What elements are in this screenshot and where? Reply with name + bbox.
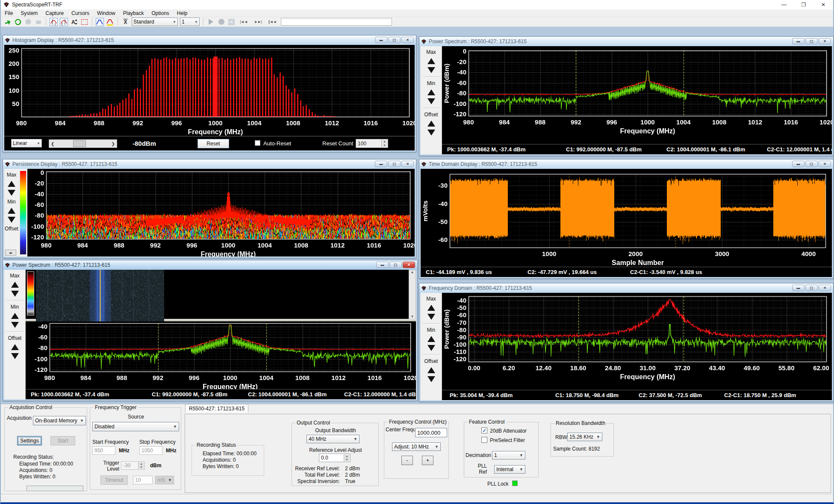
decrement-button[interactable]: -: [401, 456, 413, 465]
app-restore-button[interactable]: ❐: [794, 0, 813, 9]
skip-end-icon[interactable]: ►►|: [252, 18, 264, 26]
cursor2-icon[interactable]: 2: [60, 18, 68, 26]
min-up-button[interactable]: [427, 89, 435, 95]
record-icon[interactable]: [217, 18, 225, 26]
adjust-combo[interactable]: Adjust: 10 MHz▼: [392, 442, 441, 451]
waterfall-scrollbar[interactable]: ▲▼: [409, 270, 416, 319]
timeout-input[interactable]: 10: [133, 476, 153, 484]
min-down-button[interactable]: [8, 217, 15, 223]
max-down-button[interactable]: [427, 67, 435, 73]
upload-icon[interactable]: [34, 18, 42, 26]
rbw-combo[interactable]: 15.26 KHz▼: [567, 433, 602, 441]
reset-count-spinner[interactable]: 100▲▼: [356, 139, 388, 148]
maximize-button[interactable]: ▢: [805, 285, 818, 291]
scale-combo[interactable]: Linear▼: [11, 139, 42, 147]
offset-up-button[interactable]: [427, 121, 435, 127]
min-down-button[interactable]: [11, 322, 19, 328]
autoscale-icon[interactable]: A: [70, 18, 78, 26]
app-titlebar[interactable]: SpectraScopeRT-TRF — ❐ ✕: [1, 0, 833, 9]
export-arrow-icon[interactable]: [3, 18, 12, 26]
offset-down-button[interactable]: [11, 353, 19, 359]
offset-down-button[interactable]: [427, 130, 435, 136]
decimation-combo[interactable]: 1▼: [492, 451, 525, 460]
cursor1-icon[interactable]: 1: [50, 18, 58, 26]
start-frequency-input[interactable]: 950: [92, 446, 115, 455]
close-button[interactable]: ✕: [401, 37, 414, 43]
menu-file[interactable]: File: [1, 10, 17, 16]
reference-level-spinner[interactable]: 0.0▲▼: [319, 454, 351, 462]
timeout-unit-combo[interactable]: mS▼: [155, 476, 174, 484]
minimize-button[interactable]: ▬: [375, 37, 387, 43]
window-titlebar[interactable]: Histogram Display : R5500-427: 171213-61…: [3, 35, 416, 45]
window-titlebar[interactable]: Persistence Display : R5500-427: 171213-…: [3, 159, 416, 169]
close-button[interactable]: ✕: [819, 285, 831, 291]
auto-reset-checkbox[interactable]: [255, 140, 260, 146]
skip-start-icon[interactable]: |◄◄: [238, 18, 250, 26]
max-down-button[interactable]: [8, 190, 15, 196]
preselect-checkbox[interactable]: [481, 437, 487, 443]
offset-up-button[interactable]: [11, 344, 19, 350]
maximize-button[interactable]: ▢: [388, 37, 401, 43]
max-up-button[interactable]: [427, 305, 435, 311]
min-down-button[interactable]: [427, 345, 435, 351]
min-down-button[interactable]: [427, 98, 435, 104]
abort-icon[interactable]: ✕: [227, 18, 236, 26]
window-titlebar[interactable]: Frequency Domain : R5500-427: 171213-615…: [419, 283, 833, 293]
minimize-button[interactable]: ▬: [792, 161, 805, 167]
menu-window[interactable]: Window: [93, 10, 119, 16]
maximize-button[interactable]: ▢: [805, 161, 818, 167]
maximize-button[interactable]: ▢: [389, 262, 402, 268]
increment-button[interactable]: +: [422, 456, 433, 465]
pll-ref-combo[interactable]: Internal▼: [494, 465, 525, 474]
center-frequency-input[interactable]: 1000.000: [415, 428, 447, 437]
window-titlebar[interactable]: Time Domain Display : R5500-427: 171213-…: [419, 159, 833, 169]
max-up-button[interactable]: [11, 282, 19, 288]
minimize-button[interactable]: ▬: [792, 285, 805, 291]
close-button[interactable]: ✕: [401, 161, 414, 167]
max-up-button[interactable]: [8, 181, 15, 187]
start-button[interactable]: Start: [50, 436, 75, 445]
timeout-button[interactable]: Timeout: [100, 475, 128, 485]
trigger-level-spinner[interactable]: -30▲▼: [121, 461, 145, 470]
max-up-button[interactable]: [427, 58, 435, 64]
maximize-button[interactable]: ▢: [805, 38, 818, 44]
menu-options[interactable]: Options: [147, 10, 173, 16]
window-titlebar[interactable]: Power Spectrum : R5500-427: 171213-615 ▬…: [419, 37, 833, 46]
minimize-button[interactable]: ▬: [375, 161, 387, 167]
minimize-button[interactable]: ▬: [792, 38, 805, 44]
globe-icon[interactable]: [24, 18, 32, 26]
device-tab[interactable]: R5500-427: 171213-615: [185, 404, 248, 413]
colorbar-spinner[interactable]: ◂▸: [5, 250, 16, 256]
command-input[interactable]: [281, 18, 392, 26]
stop-frequency-input[interactable]: 1050: [139, 446, 162, 455]
play-icon[interactable]: [207, 18, 215, 26]
menu-cursors[interactable]: Cursors: [68, 10, 93, 16]
min-up-button[interactable]: [8, 208, 15, 214]
acquisition-style-combo[interactable]: On-Board Memory▼: [33, 416, 86, 425]
max-down-button[interactable]: [11, 291, 19, 297]
count-combo[interactable]: 1▼: [180, 18, 200, 26]
refresh-icon[interactable]: [14, 18, 22, 26]
close-button[interactable]: ✕: [403, 262, 415, 268]
min-up-button[interactable]: [11, 313, 19, 319]
offset-up-button[interactable]: [427, 367, 435, 373]
preset-combo[interactable]: Standard▼: [132, 18, 178, 26]
max-down-button[interactable]: [427, 314, 435, 320]
trace-avg-icon[interactable]: [106, 18, 114, 26]
trace-icon[interactable]: [96, 18, 104, 26]
settings-button[interactable]: Settings: [17, 436, 42, 445]
min-up-button[interactable]: [427, 336, 435, 342]
close-button[interactable]: ✕: [819, 38, 831, 44]
menu-help[interactable]: Help: [173, 10, 192, 16]
zone-icon[interactable]: [80, 18, 88, 26]
app-minimize-button[interactable]: —: [774, 0, 794, 9]
clear-stats-icon[interactable]: X̄: [121, 18, 130, 26]
menu-playback[interactable]: Playback: [119, 10, 148, 16]
close-button[interactable]: ✕: [819, 161, 831, 167]
menu-capture[interactable]: Capture: [41, 10, 68, 16]
menu-system[interactable]: System: [17, 10, 41, 16]
maximize-button[interactable]: ▢: [388, 161, 401, 167]
histogram-scrollbar[interactable]: ❮❯: [49, 139, 117, 148]
app-close-button[interactable]: ✕: [813, 0, 833, 9]
attenuator-checkbox[interactable]: ✓: [481, 427, 487, 433]
